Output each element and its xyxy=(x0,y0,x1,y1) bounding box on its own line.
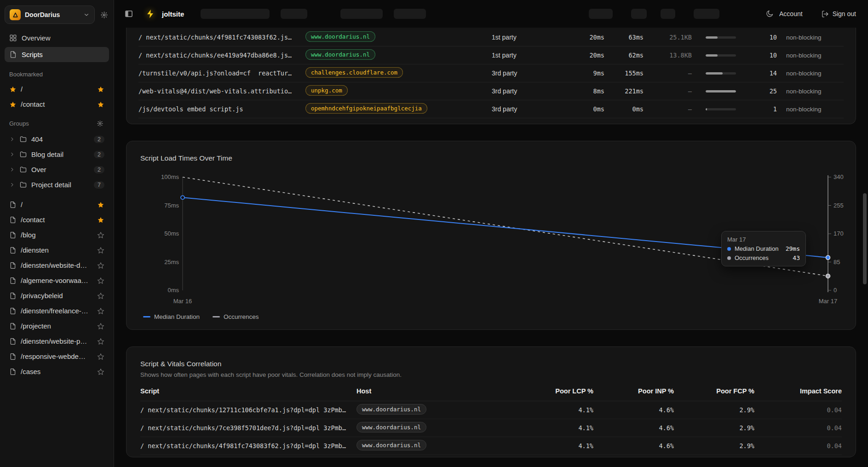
signout-button[interactable]: Sign out xyxy=(821,10,856,18)
chevron-right-icon[interactable] xyxy=(9,167,15,173)
column-header[interactable]: Poor INP % xyxy=(593,387,674,395)
host-badge[interactable]: www.doordarius.nl xyxy=(356,404,426,415)
table-row[interactable]: /_next/static/chunks/12711c106cbfe7a1.js… xyxy=(140,401,842,419)
sidebar-page-item[interactable]: /diensten/website-perfor… xyxy=(5,334,109,349)
tooltip-row: Occurrences 43 xyxy=(727,254,800,261)
sidebar-page-item[interactable]: /blog xyxy=(5,227,109,242)
chevron-right-icon[interactable] xyxy=(9,151,15,157)
bookmarked-item[interactable]: / xyxy=(5,81,109,97)
sidebar-page-item[interactable]: /contact xyxy=(5,212,109,227)
median-time: 8ms xyxy=(568,87,604,95)
tooltip-value: 29ms xyxy=(786,245,800,252)
sidebar-page-item[interactable]: / xyxy=(5,197,109,212)
occurrence-bar xyxy=(692,72,749,75)
sidebar-item-scripts[interactable]: Scripts xyxy=(5,47,109,62)
star-outline-icon[interactable] xyxy=(97,262,104,269)
blocking-status: non-blocking xyxy=(777,52,844,59)
star-icon[interactable] xyxy=(97,201,104,208)
legend-item-median-duration[interactable]: Median Duration xyxy=(143,313,200,320)
sidebar-page-item[interactable]: /projecten xyxy=(5,318,109,334)
script-path: /_next/static/chunks/4f981fc743083f62.js… xyxy=(140,442,356,450)
legend-item-occurrences[interactable]: Occurrences xyxy=(213,313,259,320)
bookmarked-label: /contact xyxy=(21,100,45,108)
sidebar-page-item[interactable]: /algemene-voorwaarden xyxy=(5,273,109,288)
star-outline-icon[interactable] xyxy=(97,307,104,315)
star-outline-icon[interactable] xyxy=(97,277,104,284)
column-header[interactable]: Script xyxy=(140,387,356,395)
folder-icon xyxy=(19,135,27,143)
star-outline-icon[interactable] xyxy=(97,292,104,300)
host-badge[interactable]: www.doordarius.nl xyxy=(305,31,375,42)
host-badge[interactable]: www.doordarius.nl xyxy=(356,422,426,432)
table-row[interactable]: /js/devtools_embed_script.js opemhndcehf… xyxy=(138,100,844,118)
group-item[interactable]: 404 2 xyxy=(5,132,109,147)
legend-swatch-icon xyxy=(213,316,220,317)
scrollbar-thumb[interactable] xyxy=(863,193,867,284)
table-row[interactable]: /_next/static/chunks/ee419a947dba86e8.js… xyxy=(138,46,844,64)
blocking-status: non-blocking xyxy=(777,106,844,113)
table-row[interactable]: /web-vitals@4/dist/web-vitals.attributio… xyxy=(138,82,844,100)
workspace-settings-button[interactable] xyxy=(99,10,109,20)
column-header[interactable]: Poor FCP % xyxy=(674,387,754,395)
unbookmark-star-icon[interactable] xyxy=(97,86,104,93)
bookmarked-item[interactable]: /contact xyxy=(5,97,109,112)
host-badge[interactable]: www.doordarius.nl xyxy=(305,49,375,60)
sidebar-page-item[interactable]: /cases xyxy=(5,364,109,379)
star-outline-icon[interactable] xyxy=(97,323,104,330)
group-label: 404 xyxy=(31,135,43,143)
y-axis-tick: 25ms xyxy=(164,259,179,265)
host-badge[interactable]: challenges.cloudflare.com xyxy=(305,67,403,78)
star-icon xyxy=(9,86,17,93)
table-row[interactable]: /_next/static/chunks/7ce398f5701dee7d.js… xyxy=(140,419,842,437)
tooltip-value: 43 xyxy=(793,254,800,261)
star-icon[interactable] xyxy=(97,216,104,224)
groups-settings-button[interactable] xyxy=(96,119,104,128)
host-badge[interactable]: opemhndcehfgipokneipaafbglcecjia xyxy=(305,103,427,114)
theme-toggle-button[interactable] xyxy=(765,10,774,18)
sidebar-page-item[interactable]: /privacybeleid xyxy=(5,288,109,303)
script-path: /_next/static/chunks/4f981fc743083f62.js… xyxy=(138,34,305,41)
chevron-right-icon[interactable] xyxy=(9,182,15,188)
group-item[interactable]: Project detail 7 xyxy=(5,177,109,192)
table-row[interactable]: /_next/static/chunks/4f981fc743083f62.js… xyxy=(140,437,842,455)
sidebar-page-item[interactable]: /diensten xyxy=(5,242,109,258)
workspace-switcher[interactable]: DoorDarius xyxy=(5,6,95,24)
column-header[interactable]: Host xyxy=(356,387,513,395)
y2-axis-tick: 255 xyxy=(834,202,844,209)
app-logo[interactable] xyxy=(143,6,158,22)
star-outline-icon[interactable] xyxy=(97,353,104,360)
table-row[interactable]: /turnstile/v0/api.js?onload=cf__reactTur… xyxy=(138,64,844,82)
star-outline-icon[interactable] xyxy=(97,368,104,375)
sidebar-toggle-button[interactable] xyxy=(124,9,133,18)
app-name: joltsite xyxy=(162,10,184,18)
median-time: 20ms xyxy=(568,52,604,59)
data-point-hovered xyxy=(826,255,830,259)
logout-icon xyxy=(821,10,829,18)
unbookmark-star-icon[interactable] xyxy=(97,101,104,108)
workspace-name: DoorDarius xyxy=(25,11,79,18)
file-icon xyxy=(9,201,17,208)
sidebar-page-item[interactable]: /diensten/freelance-front… xyxy=(5,303,109,318)
sidebar-page-item[interactable]: /responsive-webdesign xyxy=(5,349,109,364)
occurrence-bar xyxy=(692,108,749,110)
column-header[interactable]: Impact Score xyxy=(754,387,842,395)
signout-label: Sign out xyxy=(833,10,856,17)
star-outline-icon[interactable] xyxy=(97,338,104,345)
file-icon xyxy=(9,292,17,300)
group-item[interactable]: Over 2 xyxy=(5,162,109,177)
host-badge[interactable]: unpkg.com xyxy=(305,85,348,96)
chevron-right-icon[interactable] xyxy=(9,136,15,142)
ghost-pill xyxy=(281,9,307,19)
line-chart[interactable]: 100ms 75ms 50ms 25ms 0ms 340 255 170 85 … xyxy=(140,170,842,308)
account-button[interactable]: Account xyxy=(779,10,803,17)
sidebar-page-item[interactable]: /diensten/website-design… xyxy=(5,258,109,273)
column-header[interactable]: Poor LCP % xyxy=(513,387,593,395)
star-outline-icon[interactable] xyxy=(97,231,104,239)
star-outline-icon[interactable] xyxy=(97,247,104,254)
table-row[interactable]: /_next/static/chunks/4f981fc743083f62.js… xyxy=(138,29,844,46)
group-item[interactable]: Blog detail 2 xyxy=(5,147,109,162)
host-badge[interactable]: www.doordarius.nl xyxy=(356,440,426,450)
sidebar-item-overview[interactable]: Overview xyxy=(5,30,109,46)
impact-score: 0.04 xyxy=(754,424,842,432)
transfer-size: 25.1KB xyxy=(644,34,692,41)
